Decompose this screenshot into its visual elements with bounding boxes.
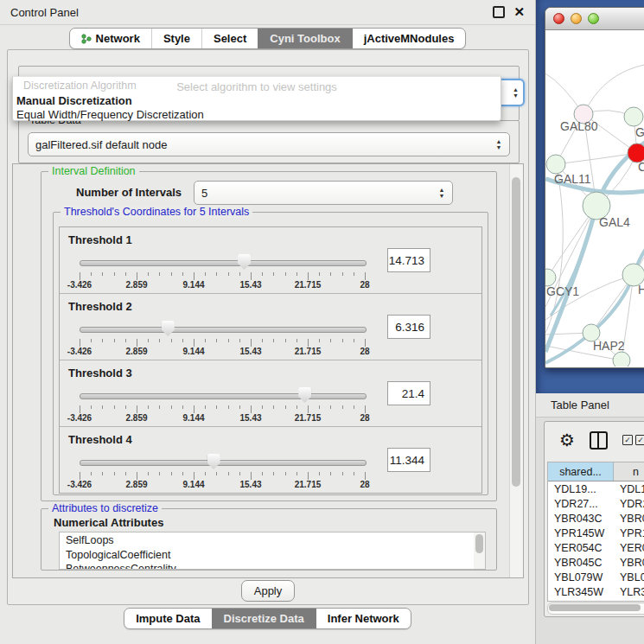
table-row[interactable]: YPR145WYPR1 [548, 526, 644, 540]
cell-shared-name[interactable]: YER054C [548, 540, 614, 555]
thresholds-group: Threshold's Coordinates for 5 Intervals … [53, 212, 488, 495]
popup-hint: Select algorithm to view settings [13, 80, 501, 93]
close-icon[interactable]: ✕ [513, 8, 525, 16]
list-scrollbar-thumb[interactable] [475, 534, 483, 553]
table-row[interactable]: YBR045CYBR0 [548, 555, 644, 570]
stepper-arrows-icon: ▲▼ [513, 87, 519, 99]
interval-definition-title: Interval Definition [48, 165, 139, 177]
tab-label: Discretize Data [224, 612, 304, 625]
slider-knob[interactable] [207, 454, 220, 469]
slider-track[interactable] [80, 393, 367, 399]
slider-knob[interactable] [162, 321, 175, 336]
network-node-gal11[interactable] [546, 155, 565, 174]
tab-select[interactable]: Select [201, 29, 258, 48]
slider-track[interactable] [80, 260, 367, 266]
list-scrollbar[interactable] [474, 532, 485, 569]
checked-box-icon: ✓ [635, 435, 644, 445]
num-intervals-label: Number of Intervals [76, 186, 182, 199]
tab-cyni-toolbox[interactable]: Cyni Toolbox [258, 29, 351, 48]
cell-shared-name[interactable]: YDR27... [548, 496, 614, 511]
slider-track[interactable] [80, 460, 367, 466]
settings-scrollbar-thumb[interactable] [512, 177, 520, 487]
settings-scrollbar[interactable] [509, 164, 523, 577]
column-header-shared-name[interactable]: shared... [548, 462, 614, 481]
table-row[interactable]: YBL079WYBL0 [548, 570, 644, 584]
table-data-combobox[interactable]: galFiltered.sif default node ▲▼ [28, 132, 510, 156]
cell-shared-name[interactable]: YBR045C [548, 555, 614, 570]
top-tab-bar: NetworkStyleSelectCyni ToolboxjActiveMNo… [69, 28, 467, 49]
popup-item-manual-discretization[interactable]: Manual Discretization [16, 94, 498, 108]
slider-knob[interactable] [238, 254, 251, 270]
table-row[interactable]: YBR043CYBR0 [548, 511, 644, 526]
tab-jactivemnodules[interactable]: jActiveMNodules [352, 29, 466, 48]
checked-box-icon: ✓ [622, 435, 633, 445]
attribute-list-item[interactable]: BetweennessCentrality [66, 562, 485, 570]
cell-shared-name[interactable]: YPR145W [548, 526, 614, 540]
settings-scrollpane: Interval Definition Number of Intervals … [12, 163, 524, 578]
node-label: GAL80 [560, 119, 598, 133]
table-row[interactable]: YIL052CYIL0 [548, 599, 644, 602]
column-header-name[interactable]: n [614, 462, 644, 481]
slider-track[interactable] [80, 327, 367, 333]
network-node-gcy1[interactable] [545, 269, 556, 286]
tab-label: Style [163, 32, 190, 45]
cell-name[interactable]: YER0 [614, 540, 644, 555]
tab-infer-network[interactable]: Infer Network [316, 609, 411, 628]
split-columns-icon[interactable] [590, 431, 608, 450]
tab-network[interactable]: Network [70, 29, 151, 48]
threshold-value-field[interactable]: 21.4 [387, 381, 430, 405]
cell-shared-name[interactable]: YBL079W [548, 570, 614, 584]
network-window: GAL80GACGAL11GAL4GCY1HHAP2 [545, 7, 644, 368]
table-panel-title: Table Panel [551, 399, 609, 411]
tab-impute-data[interactable]: Impute Data [124, 609, 211, 628]
attribute-list-item[interactable]: TopologicalCoefficient [66, 548, 485, 563]
cell-name[interactable]: YPR1 [614, 526, 644, 540]
threshold-value-field[interactable]: 11.344 [387, 448, 430, 472]
cell-name[interactable]: YBR0 [614, 511, 644, 526]
column-select-icons[interactable]: ✓ ✓ [622, 435, 644, 445]
popup-item-equal-width[interactable]: Equal Width/Frequency Discretization [16, 108, 498, 122]
cell-shared-name[interactable]: YIL052C [548, 599, 614, 602]
minimize-traffic-light-icon[interactable] [571, 13, 582, 24]
cell-name[interactable]: YDL1 [614, 481, 644, 496]
float-window-icon[interactable] [493, 6, 505, 18]
cell-name[interactable]: YBL0 [614, 570, 644, 584]
slider-ticks [80, 272, 366, 280]
stepper-arrows-icon: ▲▼ [492, 139, 506, 150]
close-traffic-light-icon[interactable] [553, 13, 564, 24]
tab-discretize-data[interactable]: Discretize Data [212, 609, 316, 628]
slider-scale-labels: -3.4262.8599.14415.4321.71528 [80, 413, 366, 424]
cell-name[interactable]: YDR2 [614, 496, 644, 511]
numerical-attributes-label: Numerical Attributes [54, 516, 163, 529]
tab-label: Cyni Toolbox [270, 32, 340, 45]
threshold-value-field[interactable]: 14.713 [387, 248, 430, 272]
slider-knob[interactable] [298, 387, 311, 403]
cell-name[interactable]: YIL0 [614, 599, 644, 602]
slider-scale-labels: -3.4262.8599.14415.4321.71528 [80, 280, 366, 290]
threshold-label: Threshold 3 [68, 367, 132, 379]
cell-shared-name[interactable]: YBR043C [548, 511, 614, 526]
table-row[interactable]: YDL19...YDL1 [548, 481, 644, 496]
network-node[interactable] [613, 352, 630, 367]
table-row[interactable]: YDR27...YDR2 [548, 496, 644, 511]
num-intervals-combobox[interactable]: 5 ▲▼ [194, 181, 453, 205]
cell-name[interactable]: YBR0 [614, 555, 644, 570]
threshold-value-field[interactable]: 6.316 [387, 315, 430, 339]
apply-button[interactable]: Apply [241, 580, 295, 602]
gear-icon[interactable]: ⚙ [559, 431, 575, 449]
table-hscrollbar-thumb[interactable] [549, 604, 641, 611]
slider-ticks [80, 472, 366, 480]
table-toolbar: ⚙ ✓ ✓ [545, 422, 644, 458]
cell-shared-name[interactable]: YLR345W [548, 584, 614, 599]
table-hscrollbar[interactable] [547, 603, 644, 615]
attribute-list-item[interactable]: SelfLoops [66, 533, 485, 548]
network-node-ga[interactable] [624, 107, 643, 126]
zoom-traffic-light-icon[interactable] [588, 13, 599, 24]
table-row[interactable]: YER054CYER0 [548, 540, 644, 555]
slider-scale-labels: -3.4262.8599.14415.4321.71528 [80, 480, 366, 490]
cell-name[interactable]: YLR3 [614, 584, 644, 599]
cell-shared-name[interactable]: YDL19... [548, 481, 614, 496]
tab-style[interactable]: Style [151, 29, 201, 48]
network-canvas[interactable]: GAL80GACGAL11GAL4GCY1HHAP2 [545, 30, 644, 367]
table-row[interactable]: YLR345WYLR3 [548, 584, 644, 599]
